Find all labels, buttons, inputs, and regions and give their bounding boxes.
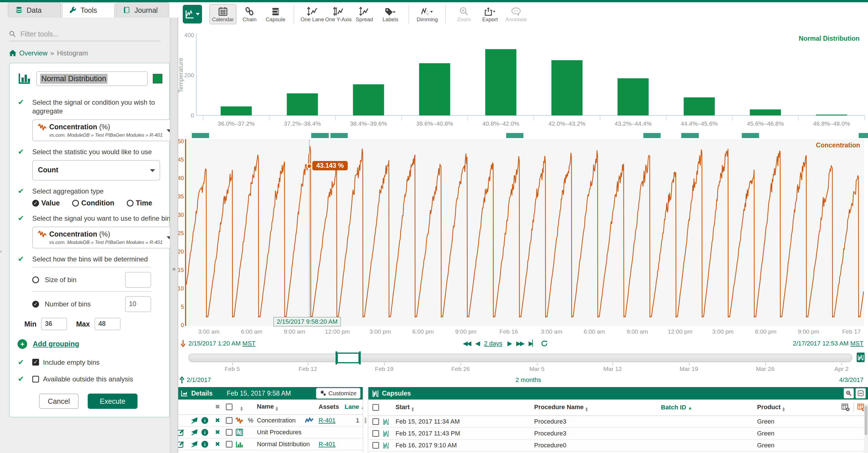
capsule-row[interactable]: Feb 15, 2017 11:34 AM Procedure3 Green xyxy=(368,416,868,428)
capsules-col-product[interactable]: Product▲▼ xyxy=(757,403,831,412)
capsule-row[interactable]: Feb 15, 2017 11:43 PM Procedure3 Green xyxy=(368,428,868,440)
capsules-scrollbar[interactable] xyxy=(864,404,868,453)
bins-signal-select[interactable]: Concentration (%) vs.com. ModuleDB » Tes… xyxy=(32,227,177,248)
remove-icon[interactable]: ✖ xyxy=(212,417,223,424)
item-name[interactable]: Unit Procedures xyxy=(257,429,305,436)
cancel-button[interactable]: Cancel xyxy=(39,394,79,409)
row-checkbox[interactable] xyxy=(226,417,232,424)
remove-all-icon[interactable]: ✖ xyxy=(212,403,223,411)
details-col-lane[interactable]: Lane▲ xyxy=(345,403,363,411)
remove-icon[interactable]: ✖ xyxy=(212,441,223,448)
edit-pencil-icon[interactable] xyxy=(177,429,185,436)
item-name[interactable]: Normal Distribution xyxy=(257,441,305,448)
info-icon[interactable]: i xyxy=(202,417,208,424)
rocket-icon[interactable] xyxy=(191,429,198,436)
home-icon[interactable] xyxy=(9,50,17,57)
toolbar-one-y-axis-button[interactable]: One Y-Axis xyxy=(326,6,351,23)
toolbar-dimming-button[interactable]: Dimming xyxy=(414,6,440,23)
tool-title-input[interactable]: Normal Distribution xyxy=(36,71,148,86)
toolbar-labels-button[interactable]: Labels xyxy=(377,6,403,23)
histogram-chart[interactable]: 0200400Temperature36.0%–37.2%37.2%–38.4%… xyxy=(177,26,868,132)
agg-condition-radio[interactable]: Condition xyxy=(72,198,114,208)
select-all-checkbox[interactable] xyxy=(226,403,232,410)
add-column-icon[interactable] xyxy=(841,403,850,412)
size-of-bin-input[interactable] xyxy=(125,272,151,288)
tab-tools[interactable]: Tools xyxy=(62,2,115,18)
color-swatch[interactable] xyxy=(153,74,162,84)
min-input[interactable]: 36 xyxy=(41,318,67,330)
toolbar-export-button[interactable]: Export xyxy=(477,6,503,23)
toolbar-capsule-button[interactable]: Capsule xyxy=(262,6,288,23)
statistic-select[interactable]: Count xyxy=(32,160,160,181)
capsule-row-partial[interactable]: Feb 17, 2017 12:01 AM xyxy=(368,452,868,453)
rocket-icon[interactable] xyxy=(191,441,198,448)
timeline-selection-window[interactable] xyxy=(337,353,360,363)
capsules-zoom-button[interactable] xyxy=(844,388,854,398)
details-col-name[interactable]: Name▲▼ xyxy=(257,403,305,411)
asset-link[interactable]: R-401 xyxy=(318,441,336,448)
capsules-col-procedure[interactable]: Procedure Name▲▼ xyxy=(534,403,661,412)
panel-splitter[interactable]: ∥ xyxy=(363,387,368,453)
number-of-bins-radio[interactable]: ✓ xyxy=(32,301,39,308)
item-name[interactable]: Concentration xyxy=(257,417,305,424)
capsules-col-batch-id[interactable]: Batch ID▲ xyxy=(661,404,757,411)
size-of-bin-radio[interactable] xyxy=(32,276,39,283)
collapse-sidebar-icon[interactable]: « xyxy=(170,265,178,273)
capsules-collapse-button[interactable] xyxy=(856,388,866,398)
toolbar-spread-button[interactable]: Spread xyxy=(351,6,377,23)
trend-plot-area[interactable] xyxy=(185,139,864,326)
range-start-label[interactable]: 2/15/2017 1:20 AM MST xyxy=(188,340,255,347)
execute-button[interactable]: Execute xyxy=(88,394,137,409)
tab-data[interactable]: Data xyxy=(8,2,61,18)
details-row-normal-distribution[interactable]: i ✖ Normal Distribution R-401 xyxy=(177,439,363,450)
add-grouping-link[interactable]: Add grouping xyxy=(33,340,79,348)
agg-time-radio[interactable]: Time xyxy=(127,198,152,208)
left-edge-collapse-icon[interactable]: ‹ xyxy=(0,248,2,254)
timeline-end-date[interactable]: 4/3/2017 xyxy=(839,376,864,384)
step-back-icon[interactable]: ◀ xyxy=(475,340,479,347)
row-checkbox[interactable] xyxy=(226,429,232,436)
trend-legend-concentration[interactable]: Concentration xyxy=(816,142,860,149)
edit-pencil-icon[interactable] xyxy=(177,441,185,448)
rocket-icon[interactable] xyxy=(191,417,198,424)
step-forward-fast-icon[interactable]: ▶▶ xyxy=(516,340,524,347)
number-of-bins-input[interactable]: 10 xyxy=(125,296,151,312)
step-back-fast-icon[interactable]: ◀◀ xyxy=(463,340,470,347)
breadcrumb-overview-link[interactable]: Overview xyxy=(19,49,48,57)
select-all-checkbox[interactable] xyxy=(372,404,379,411)
timeline-start-date[interactable]: 2/1/2017 xyxy=(187,376,211,384)
sort-type-control[interactable]: ▲▼ xyxy=(240,406,244,411)
agg-value-radio[interactable]: ✓Value xyxy=(32,198,60,208)
aggregate-signal-select[interactable]: Concentration (%) vs.com. ModuleDB » Tes… xyxy=(32,119,177,141)
remove-icon[interactable]: ✖ xyxy=(212,429,223,436)
sidebar-gutter[interactable]: « xyxy=(170,18,178,453)
toolbar-chain-button[interactable]: Chain xyxy=(237,6,262,23)
asset-swap-icon[interactable] xyxy=(305,417,313,424)
info-icon[interactable]: i xyxy=(202,441,208,448)
timeline-duration[interactable]: 2 months xyxy=(516,376,541,384)
timeline-signal-icon[interactable] xyxy=(857,353,865,362)
timeline-scrubber[interactable]: Feb 5Feb 12Feb 19Feb 26Mar 5Mar 12Mar 19… xyxy=(177,350,868,374)
toolbar-calendar-button[interactable]: Calendar xyxy=(209,4,237,24)
timeline-track[interactable] xyxy=(188,354,852,362)
row-checkbox[interactable] xyxy=(372,442,379,449)
step-forward-icon[interactable]: ▶ xyxy=(507,340,511,347)
details-row-unit-procedures[interactable]: i ✖ Unit Procedures xyxy=(177,427,363,439)
details-col-assets[interactable]: Assets xyxy=(318,403,345,411)
row-checkbox[interactable] xyxy=(372,430,379,437)
tab-journal[interactable]: Journal xyxy=(116,2,168,18)
row-checkbox[interactable] xyxy=(226,441,232,448)
trend-chart[interactable]: Concentration 43.143 % 2/15/2017 9:58:20… xyxy=(177,139,868,326)
max-input[interactable]: 48 xyxy=(94,318,121,330)
info-icon[interactable]: i xyxy=(202,429,208,436)
filter-tools-search[interactable]: Filter tools... xyxy=(9,27,161,41)
available-outside-checkbox[interactable] xyxy=(32,376,39,383)
include-empty-bins-checkbox[interactable]: ✓ xyxy=(32,359,39,366)
asset-link[interactable]: R-401 xyxy=(318,417,336,424)
duration-label[interactable]: 2 days xyxy=(484,340,502,347)
row-checkbox[interactable] xyxy=(372,418,379,425)
toolbar-one-lane-button[interactable]: One Lane xyxy=(299,6,326,23)
customize-button[interactable]: Customize xyxy=(316,388,361,399)
view-mode-dropdown[interactable] xyxy=(183,5,202,24)
details-row-concentration[interactable]: i ✖ % Concentration R-401 1 xyxy=(177,415,363,427)
